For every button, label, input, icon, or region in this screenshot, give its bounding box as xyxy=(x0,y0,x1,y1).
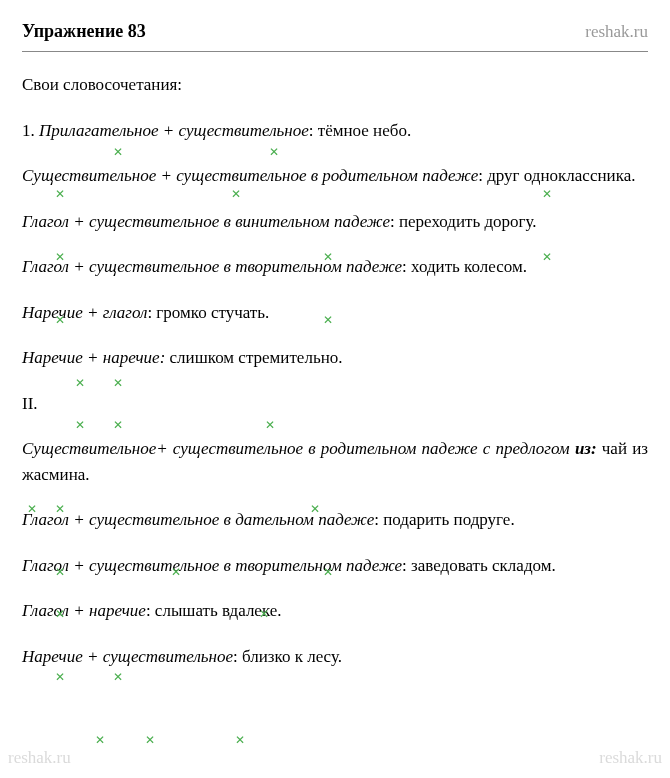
header-row: Упражнение 83 reshak.ru xyxy=(22,18,648,52)
example-text: : слышать вдалеке. xyxy=(146,601,282,620)
pattern-text: Наречие + существительное xyxy=(22,647,233,666)
watermark-bottom-left: reshak.ru xyxy=(8,745,71,771)
example-text: : заведовать складом. xyxy=(402,556,556,575)
pattern-text: Существительное+ существительное в родит… xyxy=(22,439,575,458)
pattern-text: Глагол + наречие xyxy=(22,601,146,620)
example-text: : подарить подруге. xyxy=(374,510,514,529)
section1-prefix: 1. xyxy=(22,121,39,140)
item-2-3: Глагол + существительное в творительном … xyxy=(22,553,648,579)
pattern-text: Существительное + существительное в роди… xyxy=(22,166,478,185)
green-x-mark: ✕ xyxy=(113,416,123,434)
pattern-text: Наречие + наречие: xyxy=(22,348,165,367)
item-2-5: Наречие + существительное: близко к лесу… xyxy=(22,644,648,670)
item-2-1: Существительное+ существительное в родит… xyxy=(22,436,648,487)
green-x-mark: ✕ xyxy=(75,416,85,434)
green-x-mark: ✕ xyxy=(95,731,105,749)
green-x-mark: ✕ xyxy=(75,374,85,392)
green-x-mark: ✕ xyxy=(113,143,123,161)
item-1-3: Глагол + существительное в винительном п… xyxy=(22,209,648,235)
example-text: : тёмное небо. xyxy=(309,121,411,140)
pattern-text: Глагол + существительное в винительном п… xyxy=(22,212,390,231)
green-x-mark: ✕ xyxy=(113,374,123,392)
item-1-4: Глагол + существительное в творительном … xyxy=(22,254,648,280)
pattern-text: Наречие + глагол xyxy=(22,303,147,322)
example-text: : переходить дорогу. xyxy=(390,212,537,231)
item-1-1: 1. Прилагательное + существительное: тём… xyxy=(22,118,648,144)
pattern-text: Глагол + существительное в дательном пад… xyxy=(22,510,374,529)
green-x-mark: ✕ xyxy=(235,731,245,749)
example-text: : ходить колесом. xyxy=(402,257,527,276)
item-1-2: Существительное + существительное в роди… xyxy=(22,163,648,189)
green-x-mark: ✕ xyxy=(145,731,155,749)
green-x-mark: ✕ xyxy=(113,668,123,686)
section-2-label: II. xyxy=(22,391,648,417)
example-text: : близко к лесу. xyxy=(233,647,342,666)
item-2-2: Глагол + существительное в дательном пад… xyxy=(22,507,648,533)
pattern-text: Прилагательное + существительное xyxy=(39,121,309,140)
item-1-5: Наречие + глагол: громко стучать. xyxy=(22,300,648,326)
page-title: Упражнение 83 xyxy=(22,18,146,45)
item-2-4: Глагол + наречие: слышать вдалеке. xyxy=(22,598,648,624)
example-text: слишком стремительно. xyxy=(165,348,342,367)
watermark-bottom-right: reshak.ru xyxy=(599,745,662,771)
bold-text: из: xyxy=(575,439,597,458)
green-x-mark: ✕ xyxy=(55,668,65,686)
example-text: : громко стучать. xyxy=(147,303,269,322)
green-x-mark: ✕ xyxy=(265,416,275,434)
intro-text: Свои словосочетания: xyxy=(22,72,648,98)
header-url: reshak.ru xyxy=(585,19,648,45)
example-text: : друг одноклассника. xyxy=(478,166,635,185)
green-x-mark: ✕ xyxy=(269,143,279,161)
pattern-text: Глагол + существительное в творительном … xyxy=(22,556,402,575)
pattern-text: Глагол + существительное в творительном … xyxy=(22,257,402,276)
item-1-6: Наречие + наречие: слишком стремительно. xyxy=(22,345,648,371)
